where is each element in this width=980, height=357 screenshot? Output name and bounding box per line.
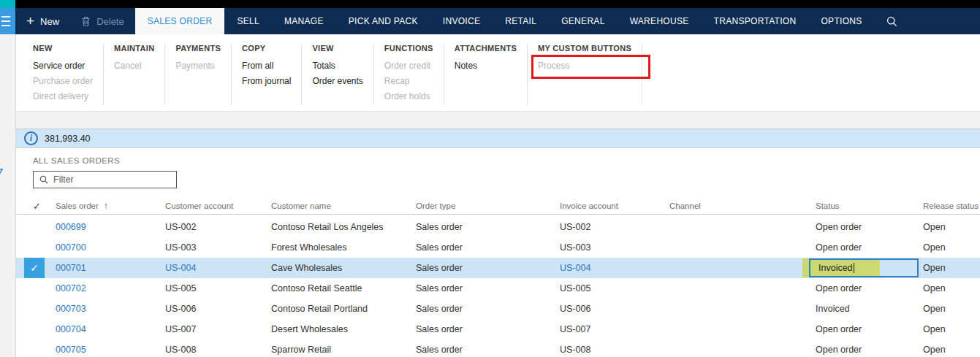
tab-general[interactable]: GENERAL xyxy=(549,8,617,34)
select-all-checkmark-icon[interactable]: ✓ xyxy=(16,201,56,212)
invoice-account-cell: US-005 xyxy=(560,283,669,293)
table-row[interactable]: ✓ 000704 US-007 Desert Wholesales Sales … xyxy=(16,319,980,339)
status-edit-input[interactable]: Invoiced xyxy=(809,258,919,277)
table-row[interactable]: ✓ 000702 US-005 Contoso Retail Seattle S… xyxy=(16,278,980,299)
tab-sales-order[interactable]: SALES ORDER xyxy=(135,8,225,34)
sales-order-link[interactable]: 000703 xyxy=(56,304,165,314)
search-button[interactable] xyxy=(875,8,909,34)
ribbon-item-direct-delivery[interactable]: Direct delivery xyxy=(33,91,93,102)
grid-header: ✓ Sales order↑Customer accountCustomer n… xyxy=(16,198,980,215)
invoice-account-cell: US-003 xyxy=(560,242,669,253)
table-row[interactable]: ✓ 000699 US-002 Contoso Retail Los Angel… xyxy=(16,217,980,237)
release-status-cell: Open xyxy=(923,304,980,314)
row-select-cell[interactable]: ✓ xyxy=(16,217,56,237)
customer-name-cell: Forest Wholesales xyxy=(271,242,416,253)
ribbon-item-payments[interactable]: Payments xyxy=(175,61,221,72)
ribbon-item-service-order[interactable]: Service order xyxy=(33,61,93,72)
release-status-cell: Open xyxy=(923,345,980,355)
filter-search-icon xyxy=(39,175,48,184)
message-bar[interactable]: i 381,993.40 xyxy=(16,128,980,148)
ribbon-group-functions: FUNCTIONSOrder creditRecapOrder holds xyxy=(374,44,444,105)
info-icon: i xyxy=(24,131,38,145)
ribbon-item-notes[interactable]: Notes xyxy=(455,61,517,72)
ribbon-item-order-events[interactable]: Order events xyxy=(312,76,362,87)
table-row[interactable]: ✓ 000705 US-008 Sparrow Retail Sales ord… xyxy=(16,339,980,357)
sales-order-link[interactable]: 000699 xyxy=(56,222,165,232)
column-header-customer-name[interactable]: Customer name xyxy=(271,201,416,210)
customer-account-cell: US-008 xyxy=(165,345,271,355)
release-status-cell: Open xyxy=(923,283,980,293)
column-header-channel[interactable]: Channel xyxy=(669,201,816,210)
customer-name-cell: Contoso Retail Portland xyxy=(271,304,416,314)
sales-orders-grid: ✓ Sales order↑Customer accountCustomer n… xyxy=(16,198,980,357)
row-select-cell[interactable]: ✓ xyxy=(16,339,56,357)
plus-icon: + xyxy=(26,14,34,28)
ribbon-item-from-journal[interactable]: From journal xyxy=(242,76,291,87)
ribbon-group-header: MY CUSTOM BUTTONS xyxy=(538,44,631,53)
ribbon-item-purchase-order[interactable]: Purchase order xyxy=(33,76,93,87)
status-cell: Open order Open order xyxy=(816,217,923,237)
tab-manage[interactable]: MANAGE xyxy=(272,8,336,34)
row-select-cell[interactable]: ✓ xyxy=(16,319,56,339)
column-header-release-status[interactable]: Release status xyxy=(923,201,980,210)
row-selected-checkmark-icon: ✓ xyxy=(24,258,45,278)
tab-warehouse[interactable]: WAREHOUSE xyxy=(618,8,702,34)
customer-name-cell: Desert Wholesales xyxy=(271,324,416,334)
column-header-order-type[interactable]: Order type xyxy=(416,201,560,210)
ribbon-item-from-all[interactable]: From all xyxy=(242,61,291,72)
sales-order-link[interactable]: 000702 xyxy=(56,283,165,293)
tab-sell[interactable]: SELL xyxy=(224,8,272,34)
row-select-cell[interactable]: ✓ xyxy=(16,278,56,299)
tab-retail[interactable]: RETAIL xyxy=(493,8,549,34)
release-status-cell: Open xyxy=(923,263,980,273)
row-select-cell[interactable]: ✓ xyxy=(16,299,56,319)
ribbon-item-order-credit[interactable]: Order credit xyxy=(384,61,433,72)
column-header-status[interactable]: Status xyxy=(816,201,923,210)
order-type-cell: Sales order xyxy=(416,345,560,355)
ribbon-item-recap[interactable]: Recap xyxy=(384,76,433,87)
ribbon-item-process[interactable]: Process xyxy=(538,61,631,72)
column-header-sales-order[interactable]: Sales order↑ xyxy=(56,201,165,211)
new-button[interactable]: + New xyxy=(15,8,70,34)
filter-input[interactable] xyxy=(53,174,170,185)
sales-order-link[interactable]: 000700 xyxy=(56,242,165,253)
sales-order-link[interactable]: 000701 xyxy=(56,263,165,273)
ribbon-group-attachments: ATTACHMENTSNotes xyxy=(444,44,528,105)
sales-order-link[interactable]: 000704 xyxy=(56,324,165,334)
ribbon-item-order-holds[interactable]: Order holds xyxy=(384,91,433,102)
status-value: Open order xyxy=(816,283,862,293)
row-select-cell[interactable]: ✓ xyxy=(16,258,56,278)
hamburger-menu-icon[interactable] xyxy=(0,8,15,34)
row-select-cell[interactable]: ✓ xyxy=(16,237,56,258)
sales-order-link[interactable]: 000705 xyxy=(56,345,165,355)
column-header-invoice-account[interactable]: Invoice account xyxy=(560,201,669,210)
nav-tabs: SALES ORDER SELLMANAGEPICK AND PACKINVOI… xyxy=(135,8,875,34)
delete-button[interactable]: Delete xyxy=(70,8,135,34)
tab-transportation[interactable]: TRANSPORTATION xyxy=(702,8,809,34)
ribbon-group-new: NEWService orderPurchase orderDirect del… xyxy=(33,44,104,105)
status-value: Open order xyxy=(816,324,862,334)
ribbon-group-header: VIEW xyxy=(312,44,362,53)
tab-pick-and-pack[interactable]: PICK AND PACK xyxy=(336,8,430,34)
status-cell: Invoiced Invoiced xyxy=(816,258,923,278)
table-row[interactable]: ✓ 000701 US-004 Cave Wholesales Sales or… xyxy=(16,258,980,278)
table-row[interactable]: ✓ 000703 US-006 Contoso Retail Portland … xyxy=(16,299,980,319)
invoice-account-cell: US-006 xyxy=(560,304,669,314)
list-page: ALL SALES ORDERS ✓ Sales order↑Customer … xyxy=(16,148,980,357)
ribbon-gap xyxy=(16,111,980,128)
status-cell: Open order Open order xyxy=(816,278,923,299)
status-value: Invoiced xyxy=(816,304,850,314)
invoice-account-cell: US-002 xyxy=(560,222,669,232)
ribbon-group-header: ATTACHMENTS xyxy=(455,44,517,53)
order-type-cell: Sales order xyxy=(416,324,560,334)
table-row[interactable]: ✓ 000700 US-003 Forest Wholesales Sales … xyxy=(16,237,980,258)
ribbon-item-cancel[interactable]: Cancel xyxy=(114,61,154,72)
ribbon-group-header: MAINTAIN xyxy=(114,44,154,53)
column-header-customer-account[interactable]: Customer account xyxy=(165,201,271,210)
invoice-account-cell: US-008 xyxy=(560,345,669,355)
customer-account-cell: US-003 xyxy=(165,242,271,253)
tab-invoice[interactable]: INVOICE xyxy=(430,8,493,34)
tab-options[interactable]: OPTIONS xyxy=(808,8,874,34)
ribbon-item-totals[interactable]: Totals xyxy=(312,61,362,72)
status-value: Open order xyxy=(816,242,862,253)
